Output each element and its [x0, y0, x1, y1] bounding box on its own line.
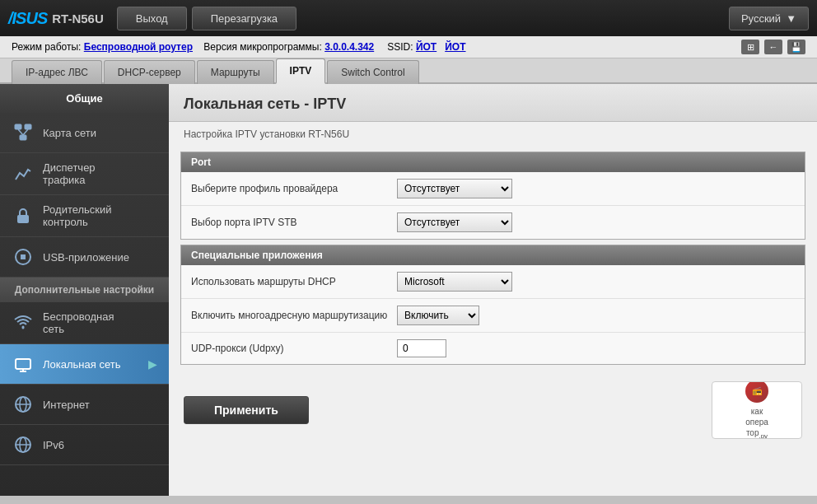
svg-rect-0 — [15, 124, 21, 129]
udp-proxy-row: UDP-прокси (Udpxy) — [181, 333, 805, 364]
sidebar-item-label: USB-приложение — [43, 251, 129, 264]
sidebar-item-label: Диспетчертрафика — [43, 161, 96, 186]
logout-button[interactable]: Выход — [117, 7, 187, 30]
multicast-row: Включить многоадресную маршрутизацию Вкл… — [181, 299, 805, 333]
logo-asus: /ISUS — [8, 9, 47, 28]
status-left: Режим работы: Беспроводной роутер Версия… — [12, 41, 466, 53]
provider-profile-control: Отсутствует — [397, 179, 512, 198]
svg-line-4 — [23, 129, 28, 135]
reboot-button[interactable]: Перезагрузка — [192, 7, 296, 30]
sidebar-item-usb[interactable]: USB-приложение — [0, 237, 169, 278]
dhcp-routes-control: Microsoft Отключить — [397, 272, 512, 292]
udp-proxy-control — [397, 339, 446, 357]
tab-ip-address[interactable]: IP-адрес ЛВС — [12, 60, 102, 84]
sidebar-item-label: Интернет — [43, 399, 90, 411]
apply-row: Применить 📻 какоператор.ру — [169, 370, 817, 450]
active-arrow-icon: ▶ — [148, 357, 157, 371]
mode-info: Режим работы: Беспроводной роутер Версия… — [12, 41, 374, 53]
sidebar-item-network-map[interactable]: Карта сети — [0, 113, 169, 153]
ad-content: 📻 какоператор.ру — [745, 381, 768, 439]
iptv-port-row: Выбор порта IPTV STB Отсутствует — [181, 206, 805, 239]
sidebar-item-lan[interactable]: Локальная сеть ▶ — [0, 344, 169, 385]
svg-rect-1 — [25, 124, 31, 129]
ssid2[interactable]: ЙОТ — [445, 41, 465, 53]
dhcp-routes-label: Использовать маршруты DHCP — [191, 276, 389, 287]
sidebar: Общие Карта сети Диспетчертрафика Родите… — [0, 84, 169, 496]
tab-switch-control[interactable]: Switch Control — [327, 60, 418, 84]
multicast-control: Включить Отключить — [397, 306, 479, 325]
tab-iptv[interactable]: IPTV — [276, 58, 326, 84]
sidebar-item-label: Беспроводнаясеть — [43, 310, 114, 335]
language-button[interactable]: Русский ▼ — [729, 7, 809, 30]
sidebar-item-label: Родительскийконтроль — [43, 203, 112, 228]
internet-icon — [12, 393, 35, 416]
main-layout: Общие Карта сети Диспетчертрафика Родите… — [0, 84, 817, 496]
lan-icon — [12, 352, 35, 376]
ssid1[interactable]: ЙОТ — [416, 41, 437, 53]
usb-icon — [12, 245, 35, 268]
svg-line-3 — [18, 129, 23, 135]
language-label: Русский — [741, 12, 781, 25]
svg-rect-5 — [17, 215, 29, 223]
lock-icon — [12, 204, 35, 227]
sidebar-item-wireless[interactable]: Беспроводнаясеть — [0, 302, 169, 344]
svg-rect-2 — [20, 135, 26, 140]
network-map-icon — [12, 121, 35, 144]
sidebar-item-ipv6[interactable]: IPv6 — [0, 425, 169, 465]
tab-dhcp[interactable]: DHCP-сервер — [104, 60, 195, 84]
sidebar-section-advanced: Дополнительные настройки — [0, 278, 169, 302]
mode-value[interactable]: Беспроводной роутер — [84, 41, 193, 53]
ipv6-icon — [12, 433, 35, 456]
ssid-info: SSID: ЙОТ ЙОТ — [387, 41, 465, 53]
status-icons: ⊞ ← 💾 — [741, 40, 805, 54]
disk-icon: 💾 — [787, 40, 805, 54]
ad-logo-icon: 📻 — [745, 381, 768, 403]
sidebar-item-internet[interactable]: Интернет — [0, 385, 169, 425]
ssid-label: SSID: — [387, 41, 413, 53]
status-bar: Режим работы: Беспроводной роутер Версия… — [0, 36, 817, 58]
traffic-icon — [12, 162, 35, 185]
provider-profile-label: Выберите профиль провайдера — [191, 183, 389, 194]
udp-proxy-label: UDP-прокси (Udpxy) — [191, 343, 389, 354]
iptv-port-label: Выбор порта IPTV STB — [191, 217, 389, 228]
iptv-port-select[interactable]: Отсутствует — [397, 212, 512, 232]
ad-text: какоператор.ру — [745, 406, 768, 439]
top-bar: /ISUS RT-N56U Выход Перезагрузка Русский… — [0, 0, 817, 36]
sidebar-item-label: Карта сети — [43, 127, 96, 139]
svg-rect-7 — [16, 359, 30, 369]
iptv-port-control: Отсутствует — [397, 212, 512, 232]
firmware-label: Версия микропрограммы: — [203, 41, 321, 53]
sidebar-item-label: IPv6 — [43, 439, 64, 451]
port-section: Port Выберите профиль провайдера Отсутст… — [180, 152, 805, 240]
tab-routes[interactable]: Маршруты — [197, 60, 274, 84]
firmware-value[interactable]: 3.0.0.4.342 — [324, 41, 374, 53]
provider-profile-select[interactable]: Отсутствует — [397, 179, 512, 198]
wireless-icon — [12, 311, 35, 334]
page-subtitle: Настройка IPTV установки RT-N56U — [169, 122, 817, 147]
dhcp-routes-row: Использовать маршруты DHCP Microsoft Отк… — [181, 265, 805, 299]
dhcp-routes-select[interactable]: Microsoft Отключить — [397, 272, 512, 292]
sidebar-item-label: Локальная сеть — [43, 358, 120, 371]
multicast-label: Включить многоадресную маршрутизацию — [191, 310, 389, 321]
special-apps-header: Специальные приложения — [181, 245, 805, 265]
provider-profile-row: Выберите профиль провайдера Отсутствует — [181, 172, 805, 206]
logo: /ISUS RT-N56U — [8, 9, 104, 28]
mode-label: Режим работы: — [12, 41, 81, 53]
logo-model: RT-N56U — [52, 12, 104, 26]
tabs-row: IP-адрес ЛВС DHCP-сервер Маршруты IPTV S… — [0, 58, 817, 84]
udp-proxy-input[interactable] — [397, 339, 446, 357]
special-apps-section: Специальные приложения Использовать марш… — [180, 245, 805, 365]
page-title: Локальная сеть - IPTV — [169, 84, 817, 122]
multicast-select[interactable]: Включить Отключить — [397, 306, 479, 325]
sidebar-item-parental[interactable]: Родительскийконтроль — [0, 195, 169, 237]
content-area: Локальная сеть - IPTV Настройка IPTV уст… — [169, 84, 817, 496]
arrow-icon: ← — [764, 40, 782, 54]
sidebar-section-general: Общие — [0, 84, 169, 113]
apply-button[interactable]: Применить — [184, 396, 309, 424]
chevron-down-icon: ▼ — [786, 12, 796, 25]
network-icon: ⊞ — [741, 40, 759, 54]
sidebar-item-traffic[interactable]: Диспетчертрафика — [0, 153, 169, 195]
ad-box: 📻 какоператор.ру — [712, 381, 802, 439]
port-section-header: Port — [181, 152, 805, 172]
